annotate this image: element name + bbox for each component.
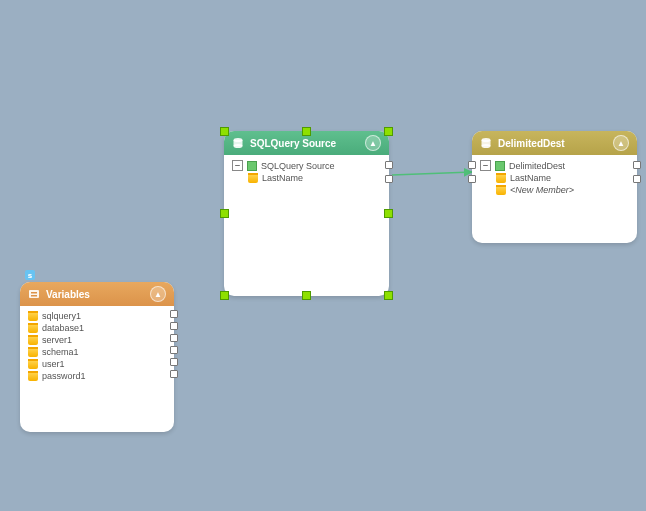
variable-row[interactable]: database1 <box>26 322 168 334</box>
field-icon <box>28 323 38 333</box>
output-port[interactable] <box>170 334 178 342</box>
variable-row[interactable]: password1 <box>26 370 168 382</box>
variable-label: schema1 <box>42 347 79 357</box>
variable-label: database1 <box>42 323 84 333</box>
tree-root-label: DelimitedDest <box>509 161 565 171</box>
node-body: sqlquery1 database1 server1 schema1 user… <box>20 306 174 392</box>
node-sql-query-source[interactable]: SQLQuery Source ▲ − SQLQuery Source Last… <box>224 131 389 296</box>
output-port[interactable] <box>170 322 178 330</box>
svg-rect-6 <box>29 290 39 298</box>
field-label: LastName <box>510 173 551 183</box>
selection-handle-n[interactable] <box>302 127 311 136</box>
variables-icon <box>28 288 40 300</box>
variable-row[interactable]: server1 <box>26 334 168 346</box>
field-icon <box>248 173 258 183</box>
field-icon <box>28 359 38 369</box>
field-icon <box>496 173 506 183</box>
output-port[interactable] <box>170 370 178 378</box>
node-body: − SQLQuery Source LastName <box>224 155 389 194</box>
selection-handle-ne[interactable] <box>384 127 393 136</box>
selection-handle-e[interactable] <box>384 209 393 218</box>
field-icon <box>496 185 506 195</box>
node-body: − DelimitedDest LastName <New Member> <box>472 155 637 206</box>
variable-row[interactable]: user1 <box>26 358 168 370</box>
collapse-button[interactable]: ▲ <box>150 286 166 302</box>
node-title: Variables <box>46 289 150 300</box>
field-label: LastName <box>262 173 303 183</box>
node-title: SQLQuery Source <box>250 138 365 149</box>
new-member-row[interactable]: <New Member> <box>478 184 631 196</box>
dataset-icon <box>495 161 505 171</box>
output-port[interactable] <box>170 358 178 366</box>
selection-handle-s[interactable] <box>302 291 311 300</box>
variable-label: sqlquery1 <box>42 311 81 321</box>
tree-collapse-icon[interactable]: − <box>232 160 243 171</box>
svg-rect-7 <box>31 292 37 294</box>
node-delimited-dest[interactable]: DelimitedDest ▲ − DelimitedDest LastName… <box>472 131 637 243</box>
variable-label: user1 <box>42 359 65 369</box>
field-icon <box>28 335 38 345</box>
database-icon <box>232 137 244 149</box>
dataset-icon <box>247 161 257 171</box>
variable-row[interactable]: schema1 <box>26 346 168 358</box>
tree-collapse-icon[interactable]: − <box>480 160 491 171</box>
tree-root-label: SQLQuery Source <box>261 161 335 171</box>
field-icon <box>28 347 38 357</box>
edge-sql-to-dest[interactable] <box>392 172 472 175</box>
new-member-label: <New Member> <box>510 185 574 195</box>
node-header[interactable]: DelimitedDest ▲ <box>472 131 637 155</box>
field-row[interactable]: LastName <box>230 172 383 184</box>
input-port[interactable] <box>468 161 476 169</box>
selection-handle-nw[interactable] <box>220 127 229 136</box>
output-port[interactable] <box>385 161 393 169</box>
output-port[interactable] <box>170 310 178 318</box>
tree-root-row[interactable]: − DelimitedDest <box>478 159 631 172</box>
output-port[interactable] <box>170 346 178 354</box>
output-port[interactable] <box>633 175 641 183</box>
database-icon <box>480 137 492 149</box>
collapse-button[interactable]: ▲ <box>365 135 381 151</box>
variable-label: password1 <box>42 371 86 381</box>
node-title: DelimitedDest <box>498 138 613 149</box>
output-port[interactable] <box>633 161 641 169</box>
scope-badge: s <box>25 270 35 280</box>
collapse-button[interactable]: ▲ <box>613 135 629 151</box>
svg-point-5 <box>482 144 491 148</box>
selection-handle-se[interactable] <box>384 291 393 300</box>
tree-root-row[interactable]: − SQLQuery Source <box>230 159 383 172</box>
selection-handle-sw[interactable] <box>220 291 229 300</box>
svg-point-2 <box>234 144 243 148</box>
variable-row[interactable]: sqlquery1 <box>26 310 168 322</box>
node-header[interactable]: Variables ▲ <box>20 282 174 306</box>
node-variables[interactable]: Variables ▲ sqlquery1 database1 server1 … <box>20 282 174 432</box>
field-row[interactable]: LastName <box>478 172 631 184</box>
diagram-canvas[interactable]: SQLQuery Source ▲ − SQLQuery Source Last… <box>0 0 646 511</box>
input-port[interactable] <box>468 175 476 183</box>
svg-rect-8 <box>31 295 37 297</box>
field-icon <box>28 311 38 321</box>
variable-label: server1 <box>42 335 72 345</box>
selection-handle-w[interactable] <box>220 209 229 218</box>
field-icon <box>28 371 38 381</box>
output-port[interactable] <box>385 175 393 183</box>
